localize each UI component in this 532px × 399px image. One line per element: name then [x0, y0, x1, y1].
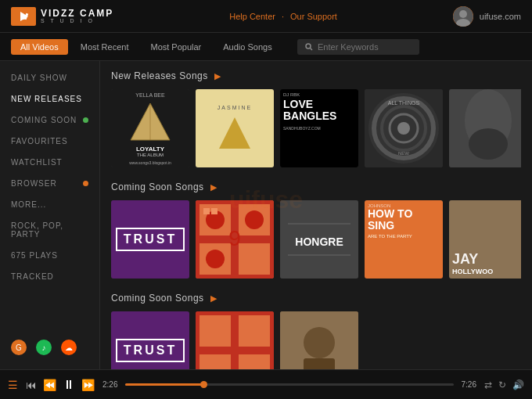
brown-art: [280, 311, 358, 369]
sidebar-item-watchlist[interactable]: Watchlist: [0, 152, 99, 173]
volume-icon[interactable]: 🔊: [512, 379, 524, 390]
album-card-dark5[interactable]: [449, 89, 521, 167]
social-spotify-icon[interactable]: ♪: [36, 340, 52, 355]
svg-marker-11: [219, 117, 250, 149]
tab-most-recent[interactable]: Most Recent: [71, 39, 138, 55]
skip-back-icon[interactable]: ⏮: [26, 379, 37, 391]
our-support-link[interactable]: Our Support: [290, 12, 337, 21]
total-time: 7:26: [462, 380, 476, 389]
album-card-howsing[interactable]: JOHNSON HOW TOSING ARE TO THE PARTY: [365, 200, 443, 279]
sidebar-item-coming-soon[interactable]: Coming Soon: [0, 110, 99, 131]
album-card-trust2[interactable]: TRUST: [111, 311, 189, 369]
logo-studio-text: S T U D I O: [41, 18, 113, 23]
jasmine-triangle-svg: [215, 113, 254, 153]
playback-bar: ☰ ⏮ ⏪ ⏸ ⏩ 2:26 7:26 ⇄ ↻ 🔊: [0, 369, 532, 399]
svg-rect-32: [211, 208, 217, 214]
top-nav: VIDZZ CAMP S T U D I O Help Center · Our…: [0, 0, 532, 33]
sidebar-item-favourites[interactable]: Favourites: [0, 131, 99, 152]
sidebar-item-browser[interactable]: Browser: [0, 173, 99, 194]
svg-text:HONGRE: HONGRE: [295, 235, 343, 248]
social-soundcloud-icon[interactable]: ☁: [61, 340, 77, 355]
avatar[interactable]: [453, 6, 473, 27]
svg-rect-38: [200, 315, 231, 347]
browser-dot: [83, 181, 88, 186]
rewind-icon[interactable]: ⏪: [43, 379, 56, 391]
shuffle-icon[interactable]: ⇄: [484, 379, 492, 390]
svg-text:9: 9: [228, 226, 241, 250]
help-center-link[interactable]: Help Center: [229, 12, 275, 21]
tab-all-videos[interactable]: All Videos: [11, 39, 68, 55]
album-card-trust[interactable]: TRUST: [111, 200, 189, 279]
svg-rect-40: [200, 354, 231, 369]
allthings-svg: ALL THINGS NEW: [365, 89, 443, 167]
album-card-geometric[interactable]: 9: [196, 200, 274, 279]
album-card-jay[interactable]: JAY HOLLYWOO: [449, 200, 521, 279]
album-card-allthings[interactable]: ALL THINGS NEW: [365, 89, 443, 167]
tab-audio-songs[interactable]: Audio Songs: [214, 39, 281, 55]
coming-soon-row: TRUST: [111, 200, 521, 279]
svg-point-5: [459, 10, 467, 18]
album-card-jasmine[interactable]: JASMINE: [196, 89, 274, 167]
svg-line-8: [311, 48, 313, 50]
social-google-icon[interactable]: G: [11, 340, 27, 355]
sidebar-item-more[interactable]: More...: [0, 194, 99, 215]
svg-rect-41: [239, 354, 270, 369]
sidebar: Daily Show New Releases Coming Soon Favo…: [0, 61, 100, 369]
logo-vidz-text: VIDZZ CAMP: [41, 9, 113, 18]
current-time: 2:26: [102, 380, 117, 389]
progress-bar[interactable]: [125, 383, 453, 386]
new-releases-row: YELLA BEE LOYALTY THE ALBUM www.songs3.b…: [111, 89, 521, 167]
album-card-loyalty[interactable]: YELLA BEE LOYALTY THE ALBUM www.songs3.b…: [111, 89, 189, 167]
album-card-hongre[interactable]: HONGRE: [280, 200, 358, 279]
sidebar-item-daily-show[interactable]: Daily Show: [0, 67, 99, 88]
coming-soon-2-row: TRUST: [111, 311, 521, 369]
content-area: uifuse New Releases Songs ▶ YELLA BEE LO…: [100, 61, 532, 369]
svg-point-7: [306, 44, 311, 49]
geometric-art: 9: [196, 200, 274, 279]
geo2-svg: [196, 311, 274, 369]
geo2-art: [196, 311, 274, 369]
filter-bar: All Videos Most Recent Most Popular Audi…: [0, 33, 532, 61]
play-pause-icon[interactable]: ⏸: [63, 378, 75, 392]
sidebar-item-new-releases[interactable]: New Releases: [0, 88, 99, 110]
sidebar-item-rock-pop[interactable]: Rock, Pop, Party: [0, 215, 99, 245]
jay-art: JAY HOLLYWOO: [449, 200, 521, 279]
sidebar-item-tracked[interactable]: Tracked: [0, 266, 99, 287]
album-card-geo2[interactable]: [196, 311, 274, 369]
svg-rect-44: [304, 358, 335, 369]
allthings-art: ALL THINGS NEW: [365, 89, 443, 167]
repeat-icon[interactable]: ↻: [498, 379, 506, 390]
username: uifuse.com: [480, 12, 521, 21]
section-coming-soon-2: Coming Soon Songs ▶ TRUST: [111, 293, 521, 369]
nav-links: Help Center · Our Support: [229, 12, 337, 21]
progress-fill: [125, 383, 204, 386]
trust-art: TRUST: [111, 200, 189, 279]
album-card-brown[interactable]: [280, 311, 358, 369]
svg-rect-31: [203, 208, 210, 214]
section2-arrow[interactable]: ▶: [210, 182, 217, 192]
playback-controls: ⏮ ⏪ ⏸ ⏩: [26, 378, 95, 392]
svg-rect-26: [239, 243, 270, 275]
section-coming-soon-2-header: Coming Soon Songs ▶: [111, 293, 521, 304]
search-box: [297, 39, 419, 55]
search-input[interactable]: [318, 42, 412, 52]
playback-extra: ⇄ ↻ 🔊: [484, 379, 524, 390]
menu-icon[interactable]: ☰: [8, 379, 18, 391]
nav-separator: ·: [282, 12, 284, 21]
tab-most-popular[interactable]: Most Popular: [141, 39, 210, 55]
trust2-art: TRUST: [111, 311, 189, 369]
sidebar-item-plays[interactable]: 675 Plays: [0, 245, 99, 266]
geometric-svg: 9: [196, 200, 274, 279]
section3-arrow[interactable]: ▶: [210, 293, 217, 304]
lovebangles-art: DJ RBK LOVEBANGLES SANDHUBOYZ.COM: [280, 89, 358, 167]
logo-text: VIDZZ CAMP S T U D I O: [41, 9, 113, 23]
section-arrow[interactable]: ▶: [214, 71, 221, 81]
fast-forward-icon[interactable]: ⏩: [81, 379, 95, 391]
svg-point-28: [245, 210, 264, 229]
album-card-lovebangles[interactable]: DJ RBK LOVEBANGLES SANDHUBOYZ.COM: [280, 89, 358, 167]
user-area: uifuse.com: [453, 6, 521, 27]
section-coming-soon: Coming Soon Songs ▶ TRUST: [111, 182, 521, 279]
svg-point-29: [206, 250, 225, 268]
section-new-releases: New Releases Songs ▶ YELLA BEE LOYALTY T…: [111, 70, 521, 167]
logo: VIDZZ CAMP S T U D I O: [11, 7, 113, 26]
